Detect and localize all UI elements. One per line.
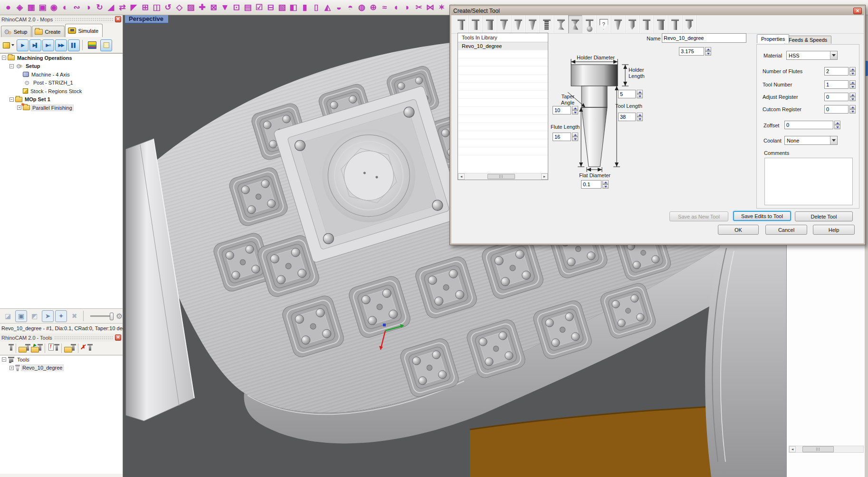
comments-textarea[interactable] <box>764 158 853 205</box>
library-item[interactable]: Revo_10_degree <box>458 42 548 50</box>
clear-simulation-button[interactable]: ◩ <box>29 310 40 322</box>
simulation-compare-button[interactable]: ▣ <box>15 310 27 322</box>
tool-type-drill-2[interactable] <box>639 15 654 33</box>
tree-item-mop-set-1[interactable]: −MOp Set 1 <box>0 95 123 104</box>
loft-icon[interactable]: ◒ <box>334 2 344 13</box>
taper-icon[interactable]: ◢ <box>105 2 116 13</box>
copy-face-icon[interactable]: ▧ <box>277 2 287 13</box>
tool-diameter-input[interactable] <box>679 47 704 56</box>
orient-icon[interactable]: ◤ <box>128 2 139 13</box>
pull-icon[interactable]: ▼ <box>219 2 230 13</box>
blend-icon[interactable]: ≈ <box>379 2 390 13</box>
explode-icon[interactable]: ✶ <box>436 2 447 13</box>
toolpath-display-button[interactable]: ➤ <box>42 310 54 322</box>
chamfer-icon[interactable]: ◗ <box>402 2 413 13</box>
check-surface-icon[interactable]: ☑ <box>254 2 265 13</box>
mops-close-icon[interactable]: ✕ <box>115 16 121 22</box>
holder-length-input[interactable] <box>618 90 636 98</box>
extrude-icon[interactable]: ⊕ <box>368 2 379 13</box>
collapse-icon[interactable]: − <box>10 64 14 68</box>
tool-name-input[interactable] <box>662 33 746 43</box>
slider-thumb[interactable] <box>110 313 114 320</box>
stock-visibility-button[interactable] <box>100 39 112 51</box>
tool-type-custom-tool[interactable]: ? <box>597 15 611 33</box>
coolant-dropdown[interactable]: None <box>784 136 838 145</box>
tool-type-center-drill[interactable] <box>682 15 696 33</box>
tool-type-taper-mill-3[interactable] <box>525 15 540 33</box>
panel-grip[interactable] <box>55 18 113 21</box>
control-points-icon[interactable]: ▦ <box>26 2 37 13</box>
tool-length-input[interactable] <box>618 113 636 121</box>
save-tool-library-button[interactable]: ▶ <box>30 343 43 354</box>
chevron-down-icon[interactable] <box>830 51 837 59</box>
tool-type-slot-mill[interactable] <box>668 15 682 33</box>
spinner[interactable] <box>637 113 643 121</box>
tree-item-setup[interactable]: −Setup <box>0 62 123 71</box>
scale-icon[interactable]: ◇ <box>174 2 185 13</box>
tool-type-taper-mill[interactable] <box>497 15 511 33</box>
spinner[interactable] <box>637 90 643 98</box>
tool-type-dovetail-mill[interactable] <box>554 15 568 33</box>
tree-item-parallel-finishing[interactable]: +Parallel Finishing <box>0 104 123 112</box>
zoffset-input[interactable] <box>784 121 833 129</box>
flat-diameter-input[interactable] <box>581 180 601 189</box>
tools-close-icon[interactable]: ✕ <box>115 334 121 341</box>
simulate-by-moves-button[interactable]: ▶≡ <box>42 39 54 51</box>
load-tool-library-button[interactable] <box>18 343 30 354</box>
pause-button[interactable]: ▌▌ <box>68 39 80 51</box>
tree-item-stock-regions-stock[interactable]: Stock - Regions Stock <box>0 87 123 95</box>
number-of-flutes-input[interactable] <box>824 67 849 76</box>
pipe-icon[interactable]: ▮ <box>299 2 310 13</box>
tool-type-thread-mill[interactable] <box>540 15 554 33</box>
split-view-icon[interactable]: ⊟ <box>265 2 276 13</box>
fin-icon[interactable]: ◭ <box>322 2 333 13</box>
scrollbar-thumb[interactable] <box>487 174 515 179</box>
save-as-new-tool-button[interactable]: Save as New Tool <box>669 211 728 221</box>
horizontal-scrollbar[interactable]: ◄ <box>789 446 864 453</box>
match-surface-icon[interactable]: ◐ <box>60 2 71 13</box>
tool-type-taper-neck-mill[interactable] <box>568 15 582 33</box>
revolve-icon[interactable]: ◍ <box>356 2 367 13</box>
tool-type-flat-mill-2[interactable] <box>468 15 483 33</box>
tree-item-machine-4-axis[interactable]: Machine - 4 Axis <box>0 70 123 79</box>
collapse-icon[interactable]: − <box>2 357 6 362</box>
tab-properties[interactable]: Properties <box>757 34 789 43</box>
extract-icon[interactable]: ◧ <box>288 2 299 13</box>
ribbon-icon[interactable]: ▯ <box>311 2 322 13</box>
ok-button[interactable]: OK <box>718 225 759 235</box>
scroll-left-icon[interactable]: ◄ <box>789 446 796 452</box>
cancel-button[interactable]: Cancel <box>765 225 807 235</box>
rebuild-icon[interactable]: ◉ <box>48 2 59 13</box>
surface-grid-icon[interactable]: ▤ <box>242 2 253 13</box>
twist-icon[interactable]: ↻ <box>94 2 105 13</box>
join-icon[interactable]: ⋈ <box>425 2 436 13</box>
fast-forward-button[interactable]: ▶▶ <box>55 39 67 51</box>
spinner[interactable] <box>849 105 856 114</box>
spinner[interactable] <box>849 67 856 76</box>
rotate-icon[interactable]: ↺ <box>162 2 173 13</box>
tool-type-taper-mill-2[interactable] <box>511 15 525 33</box>
simulation-speed-slider[interactable] <box>90 315 113 317</box>
array-icon[interactable]: ⊞ <box>140 2 151 13</box>
dialog-title-bar[interactable]: Create/Select Tool ✕ <box>451 7 864 15</box>
move-icon[interactable]: ✚ <box>197 2 208 13</box>
sphere-icon[interactable]: ● <box>3 2 14 13</box>
save-edits-to-tool-button[interactable]: Save Edits to Tool <box>733 211 791 221</box>
list-tools-button[interactable]: ! <box>47 343 59 354</box>
mirror-icon[interactable]: ◫ <box>151 2 162 13</box>
tool-type-ball-nose-mill[interactable] <box>582 15 597 33</box>
trim-icon[interactable]: ✂ <box>413 2 424 13</box>
material-texture-button[interactable] <box>85 39 99 51</box>
spinner[interactable] <box>834 121 840 129</box>
stock-model-button[interactable] <box>1 39 16 51</box>
expand-icon[interactable]: + <box>10 366 14 370</box>
tool-type-flat-mill-heavy[interactable] <box>483 15 497 33</box>
offset-icon[interactable]: ⊡ <box>231 2 242 13</box>
simulate-to-end-button[interactable]: ▶▌ <box>29 39 41 51</box>
scrollbar-thumb[interactable] <box>802 446 834 452</box>
help-button[interactable]: Help <box>813 225 855 235</box>
spinner[interactable] <box>849 93 856 101</box>
collapse-icon[interactable]: − <box>10 97 14 102</box>
bend-icon[interactable]: ◑ <box>83 2 94 13</box>
hide-tool-button[interactable]: ✖ <box>68 310 80 322</box>
